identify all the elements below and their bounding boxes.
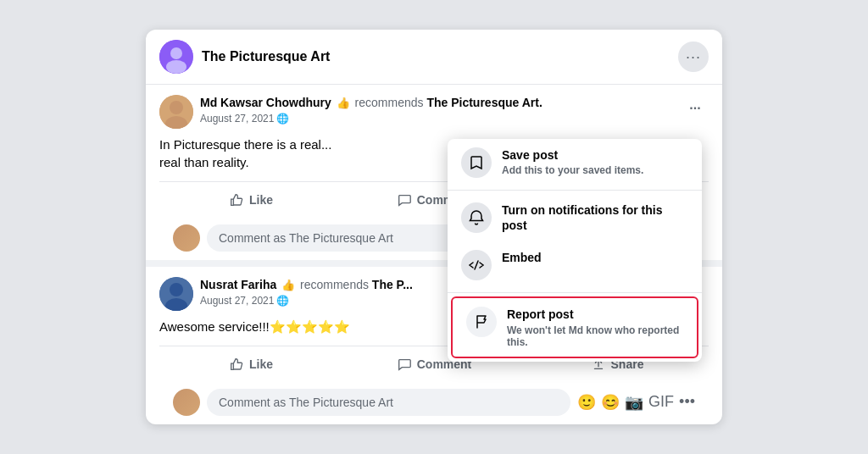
post-2-comment-avatar [173, 389, 200, 416]
post-2-author: Nusrat Fariha [200, 278, 276, 291]
post-2-like-button[interactable]: Like [159, 350, 342, 379]
post-2-comment-box: Comment as The Picturesque Art 🙂 😊 📷 GIF… [159, 382, 709, 424]
page-title: The Picturesque Art [202, 49, 330, 64]
post-1-date: August 27, 2021 🌐 [200, 113, 682, 125]
menu-divider-1 [448, 190, 702, 191]
page-avatar-image [159, 40, 193, 74]
post-1-author: Md Kawsar Chowdhury [200, 96, 331, 109]
post-1-author-line: Md Kawsar Chowdhury 👍 recommends The Pic… [200, 95, 682, 111]
svg-point-2 [166, 60, 186, 74]
save-icon [461, 147, 492, 178]
post-1-avatar [159, 95, 193, 129]
report-post-text: Report post We won't let Md know who rep… [507, 307, 683, 347]
embed-option[interactable]: Embed [448, 241, 702, 289]
sticker-icon[interactable]: 📷 [625, 393, 643, 412]
svg-point-4 [170, 101, 183, 114]
post-2-comment-icons: 🙂 😊 📷 GIF ••• [577, 393, 695, 412]
post-1: Md Kawsar Chowdhury 👍 recommends The Pic… [146, 85, 722, 267]
notifications-option[interactable]: Turn on notifications for this post [448, 194, 702, 241]
post-2-recommends: recommends [300, 278, 369, 291]
gif-icon[interactable]: GIF [648, 393, 674, 412]
save-post-text: Save post Add this to your saved items. [502, 147, 688, 176]
emoji2-icon[interactable]: 😊 [601, 393, 620, 412]
report-post-option[interactable]: Report post We won't let Md know who rep… [451, 296, 698, 357]
post-1-recommends: recommends [355, 96, 424, 109]
post-1-rec-icon: 👍 [337, 97, 350, 111]
post-options-dropdown: Save post Add this to your saved items. [448, 139, 702, 362]
post-1-more-button[interactable]: ··· [682, 95, 709, 122]
post-1-meta: Md Kawsar Chowdhury 👍 recommends The Pic… [200, 95, 682, 125]
page-header: The Picturesque Art ··· [146, 30, 722, 85]
page-wrapper: The Picturesque Art ··· Md Kawsar Chowdh… [0, 0, 868, 454]
main-card: The Picturesque Art ··· Md Kawsar Chowdh… [146, 30, 722, 424]
post-1-page-link: The Picturesque Art. [426, 96, 542, 109]
emoji-icon[interactable]: 🙂 [577, 393, 596, 412]
menu-divider-2 [448, 292, 702, 293]
post-1-comment-avatar [173, 224, 200, 252]
header-more-button[interactable]: ··· [678, 42, 709, 72]
post-2-comment-input[interactable]: Comment as The Picturesque Art [207, 389, 570, 416]
save-post-option[interactable]: Save post Add this to your saved items. [448, 139, 702, 186]
page-avatar [159, 40, 193, 74]
embed-icon [461, 250, 492, 280]
svg-point-9 [170, 283, 183, 296]
flag-icon [466, 307, 497, 337]
post-1-header: Md Kawsar Chowdhury 👍 recommends The Pic… [159, 95, 709, 129]
post-1-like-button[interactable]: Like [159, 185, 342, 214]
notifications-text: Turn on notifications for this post [502, 202, 688, 233]
bell-icon [461, 202, 492, 233]
post-2-rec-icon: 👍 [281, 279, 295, 293]
svg-point-1 [170, 47, 182, 59]
post-2-avatar [159, 277, 193, 311]
more-icon[interactable]: ••• [679, 393, 695, 412]
embed-text: Embed [502, 250, 688, 265]
post-2-page-link: The P... [372, 278, 413, 291]
